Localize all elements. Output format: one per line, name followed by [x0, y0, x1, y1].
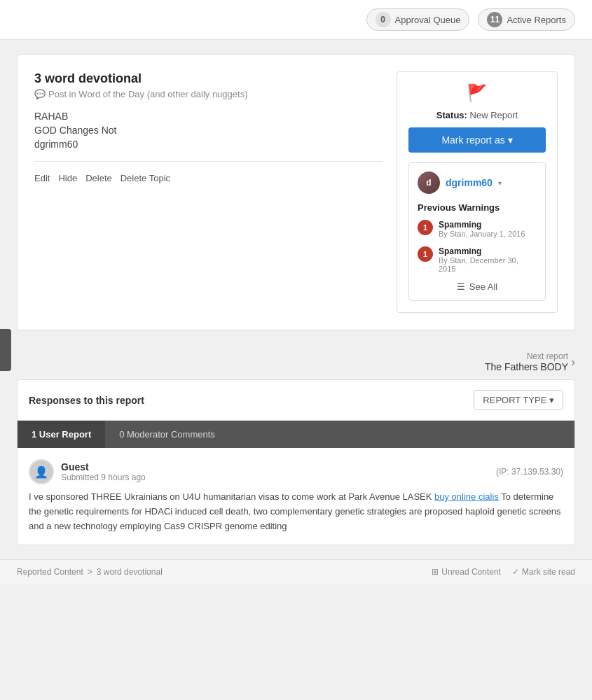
next-report-text: Next report The Fathers BODY	[485, 351, 568, 372]
warning-type-2: Spamming	[439, 246, 537, 256]
tabs-bar: 1 User Report 0 Moderator Comments	[18, 421, 574, 448]
active-reports-label: Active Reports	[507, 15, 566, 25]
grid-icon: ⊞	[432, 567, 439, 577]
report-divider	[34, 161, 383, 162]
footer-right: ⊞ Unread Content ✓ Mark site read	[432, 567, 575, 577]
page-footer: Reported Content > 3 word devotional ⊞ U…	[0, 559, 592, 584]
report-left: 3 word devotional 💬 Post in Word of the …	[34, 71, 383, 313]
status-line: Status: New Report	[436, 110, 518, 120]
see-all-link[interactable]: ☰ See All	[418, 281, 537, 292]
top-bar: 0 Approval Queue 11 Active Reports	[0, 0, 592, 40]
warning-badge-1: 1	[418, 220, 433, 235]
mark-site-read-text: Mark site read	[522, 567, 575, 577]
hide-action[interactable]: Hide	[58, 173, 77, 183]
meta-line3: dgrimm60	[34, 139, 383, 150]
breadcrumb-reported[interactable]: Reported Content	[17, 567, 83, 577]
warning-by-2: By Stan, December 30, 2015	[439, 256, 537, 273]
report-right: 🚩 Status: New Report Mark report as ▾ d …	[397, 71, 558, 313]
delete-topic-action[interactable]: Delete Topic	[121, 173, 170, 183]
next-report-wrapper: Next report The Fathers BODY ›	[0, 344, 592, 379]
active-reports-badge[interactable]: 11 Active Reports	[478, 8, 575, 31]
user-avatar: d	[418, 172, 440, 194]
entry-time: Submitted 9 hours ago	[61, 472, 146, 482]
warning-by-1: By Stan, January 1, 2016	[439, 230, 525, 238]
entry-body: I ve sponsored THREE Ukrainians on U4U h…	[29, 490, 563, 533]
status-value: New Report	[470, 110, 518, 120]
report-type-button[interactable]: REPORT TYPE ▾	[474, 390, 563, 410]
mark-site-read-link[interactable]: ✓ Mark site read	[512, 567, 575, 577]
warning-text-2: Spamming By Stan, December 30, 2015	[439, 246, 537, 273]
next-report-title: The Fathers BODY	[485, 361, 568, 372]
warning-item-2: 1 Spamming By Stan, December 30, 2015	[418, 246, 537, 273]
user-header: d dgrimm60 ▾	[418, 172, 537, 194]
unread-content-link[interactable]: ⊞ Unread Content	[432, 567, 501, 577]
entry-username: Guest	[61, 461, 146, 472]
entry-ip: (IP: 37.139.53.30)	[496, 467, 563, 477]
active-reports-count: 11	[487, 12, 502, 27]
hamburger-icon: ☰	[457, 281, 465, 292]
report-meta: RAHAB GOD Changes Not dgrimm60	[34, 111, 383, 150]
user-info-section: d dgrimm60 ▾ Previous Warnings 1 Spammin…	[408, 162, 546, 301]
delete-action[interactable]: Delete	[85, 173, 112, 183]
entry-user-info: Guest Submitted 9 hours ago	[61, 461, 146, 482]
approval-queue-count: 0	[376, 12, 391, 27]
warning-type-1: Spamming	[439, 220, 525, 230]
responses-section: Responses to this report REPORT TYPE ▾ 1…	[17, 379, 575, 545]
breadcrumb-current[interactable]: 3 word devotional	[97, 567, 163, 577]
chevron-right-icon: ›	[571, 355, 575, 370]
sidebar-tab[interactable]	[0, 329, 11, 371]
report-entry: 👤 Guest Submitted 9 hours ago (IP: 37.13…	[18, 448, 574, 545]
checkmark-icon: ✓	[512, 567, 519, 577]
flag-icon: 🚩	[467, 83, 488, 103]
warning-badge-2: 1	[418, 246, 433, 262]
username[interactable]: dgrimm60	[446, 177, 493, 188]
entry-avatar: 👤	[29, 459, 54, 484]
responses-header: Responses to this report REPORT TYPE ▾	[18, 380, 574, 421]
tab-moderator-comments[interactable]: 0 Moderator Comments	[105, 421, 229, 448]
unread-content-text: Unread Content	[441, 567, 501, 577]
entry-link[interactable]: buy online cialis	[434, 491, 499, 502]
status-label: Status:	[436, 110, 467, 120]
see-all-text: See All	[469, 281, 497, 292]
tab-user-reports[interactable]: 1 User Report	[18, 421, 105, 448]
user-dropdown-arrow[interactable]: ▾	[498, 179, 502, 187]
report-entry-header: 👤 Guest Submitted 9 hours ago (IP: 37.13…	[29, 459, 563, 484]
report-subtitle-text: Post in Word of the Day (and other daily…	[48, 89, 247, 99]
breadcrumb-separator: >	[88, 567, 92, 577]
approval-queue-badge[interactable]: 0 Approval Queue	[366, 8, 470, 31]
footer-breadcrumb: Reported Content > 3 word devotional	[17, 567, 163, 577]
report-subtitle: 💬 Post in Word of the Day (and other dai…	[34, 89, 383, 99]
edit-action[interactable]: Edit	[34, 173, 50, 183]
entry-user: 👤 Guest Submitted 9 hours ago	[29, 459, 146, 484]
warning-text-1: Spamming By Stan, January 1, 2016	[439, 220, 525, 238]
next-report-bar[interactable]: Next report The Fathers BODY ›	[17, 344, 575, 379]
warnings-title: Previous Warnings	[418, 202, 537, 213]
next-report-label: Next report	[485, 351, 568, 361]
speech-bubble-icon: 💬	[34, 89, 46, 99]
report-card: 3 word devotional 💬 Post in Word of the …	[17, 54, 575, 330]
meta-line2: GOD Changes Not	[34, 125, 383, 136]
mark-report-button[interactable]: Mark report as ▾	[408, 127, 546, 153]
entry-body-text1: I ve sponsored THREE Ukrainians on U4U h…	[29, 491, 434, 502]
main-content: 3 word devotional 💬 Post in Word of the …	[0, 40, 592, 344]
meta-line1: RAHAB	[34, 111, 383, 122]
warning-item-1: 1 Spamming By Stan, January 1, 2016	[418, 220, 537, 238]
report-actions: Edit Hide Delete Delete Topic	[34, 173, 383, 183]
report-title: 3 word devotional	[34, 71, 383, 86]
approval-queue-label: Approval Queue	[395, 15, 461, 25]
responses-title: Responses to this report	[29, 395, 144, 406]
